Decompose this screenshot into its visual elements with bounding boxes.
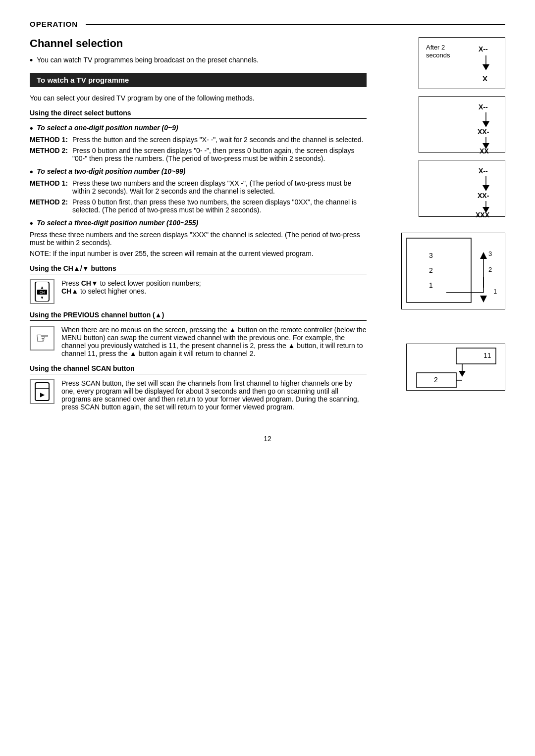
svg-marker-44 xyxy=(459,371,466,377)
operation-divider xyxy=(86,24,505,25)
svg-text:2: 2 xyxy=(429,266,433,274)
svg-marker-17 xyxy=(482,121,489,127)
bullet-icon: • xyxy=(30,56,33,65)
hand-icon: ☞ xyxy=(33,328,51,348)
diagrams-area: After 2 seconds X-- X X-- xyxy=(376,37,505,391)
operation-label: OPERATION xyxy=(30,20,78,28)
direct-select-heading: Using the direct select buttons xyxy=(30,109,367,119)
svg-text:XX: XX xyxy=(480,147,489,153)
svg-text:XX-: XX- xyxy=(478,128,489,136)
svg-marker-24 xyxy=(482,185,489,191)
scan-icon: ▶ xyxy=(30,379,54,404)
svg-text:3: 3 xyxy=(488,250,492,257)
two-digit-label: To select a two-digit position number (1… xyxy=(37,167,185,175)
intro-bullet: • You can watch TV programmes being broa… xyxy=(30,56,367,65)
prev-channel-diagram: 11 2 xyxy=(406,344,505,391)
svg-text:2: 2 xyxy=(488,266,492,273)
svg-text:3: 3 xyxy=(429,252,433,259)
page-number: 12 xyxy=(30,435,505,443)
one-digit-method1: METHOD 1: Press the button and the scree… xyxy=(30,136,367,144)
method1-label: METHOD 1: xyxy=(30,136,69,144)
two-digit-bullet: • To select a two-digit position number … xyxy=(30,167,367,176)
svg-text:seconds: seconds xyxy=(426,51,450,59)
svg-text:2: 2 xyxy=(434,376,438,384)
ch-buttons-content: ▲ CH ▼ Press CH▼ to select lower positio… xyxy=(30,279,367,304)
one-digit-label: To select a one-digit position number (0… xyxy=(37,124,178,132)
scan-heading: Using the channel SCAN button xyxy=(30,364,367,374)
svg-marker-39 xyxy=(480,296,487,302)
svg-text:X--: X-- xyxy=(479,103,488,111)
intro-text: You can watch TV programmes being broadc… xyxy=(37,56,259,64)
ch-buttons-text: Press CH▼ to select lower position numbe… xyxy=(61,279,201,295)
ch-buttons-heading: Using the CH▲/▼ buttons xyxy=(30,264,367,274)
one-digit-method2: METHOD 2: Press 0 button and the screen … xyxy=(30,147,367,162)
svg-text:After 2: After 2 xyxy=(426,44,445,51)
three-digit-label: To select a three-digit position number … xyxy=(37,219,198,227)
svg-text:1: 1 xyxy=(493,288,497,295)
scan-desc: Press SCAN button, the set will scan the… xyxy=(61,379,367,411)
prev-diag-svg: 11 2 xyxy=(407,344,506,391)
svg-text:▲: ▲ xyxy=(40,285,44,290)
three-digit-text-row: Press these three numbers and the screen… xyxy=(30,231,367,247)
prev-channel-icon: ☞ xyxy=(30,326,54,351)
three-digit-bullet: • To select a three-digit position numbe… xyxy=(30,219,367,228)
svg-text:XXX: XXX xyxy=(476,211,490,217)
svg-text:11: 11 xyxy=(483,352,491,359)
method2-text: Press 0 button and the screen displays "… xyxy=(72,147,367,162)
scan-button-icon: ▶ xyxy=(33,382,51,402)
operation-header: OPERATION xyxy=(30,20,505,28)
right-column: After 2 seconds X-- X X-- xyxy=(376,37,505,415)
diag2a-svg: X-- XX- XX xyxy=(419,97,506,153)
page-title: Channel selection xyxy=(30,37,367,50)
ch-diagram: 1 2 3 3 2 xyxy=(401,233,505,309)
two-digit-method2: METHOD 2: Press 0 button first, than pre… xyxy=(30,198,367,214)
prev-channel-text: When there are no menus on the screen, p… xyxy=(61,326,367,357)
ch-buttons-icon: ▲ CH ▼ xyxy=(30,279,54,304)
svg-text:CH: CH xyxy=(40,291,45,294)
ch-diag-svg: 1 2 3 3 2 xyxy=(402,233,506,310)
three-digit-text: Press these three numbers and the screen… xyxy=(30,231,367,247)
two-method2-label: METHOD 2: xyxy=(30,198,69,214)
scan-text: Press SCAN button, the set will scan the… xyxy=(61,379,367,411)
svg-text:▼: ▼ xyxy=(40,296,44,300)
two-digit-diagram-b: X-- XX- XXX xyxy=(419,160,505,217)
ch-up-text: CH▲ to select higher ones. xyxy=(61,287,201,295)
diag1-svg: After 2 seconds X-- X xyxy=(419,38,506,90)
diag2b-svg: X-- XX- XXX xyxy=(419,160,506,217)
watch-tv-heading: To watch a TV programme xyxy=(30,73,367,87)
prev-channel-desc: When there are no menus on the screen, p… xyxy=(61,326,367,357)
two-digit-method1: METHOD 1: Press these two numbers and th… xyxy=(30,179,367,195)
two-digit-diagram-a: X-- XX- XX xyxy=(419,96,505,153)
two-method1-label: METHOD 1: xyxy=(30,179,69,195)
two-method1-text: Press these two numbers and the screen d… xyxy=(72,179,367,195)
two-method2-text: Press 0 button first, than press these t… xyxy=(72,198,367,214)
note-text: NOTE: If the input number is over 255, t… xyxy=(30,250,367,257)
remote-icon: ▲ CH ▼ xyxy=(33,282,51,302)
scan-content: ▶ Press SCAN button, the set will scan t… xyxy=(30,379,367,411)
prev-channel-heading: Using the PREVIOUS channel button (▲) xyxy=(30,311,367,321)
prev-channel-content: ☞ When there are no menus on the screen,… xyxy=(30,326,367,357)
svg-text:X--: X-- xyxy=(479,45,488,53)
svg-marker-13 xyxy=(482,64,489,70)
left-column: Channel selection • You can watch TV pro… xyxy=(30,37,367,415)
one-digit-bullet: • To select a one-digit position number … xyxy=(30,124,367,133)
svg-text:▶: ▶ xyxy=(40,391,45,398)
svg-text:X: X xyxy=(482,74,487,83)
svg-text:XX-: XX- xyxy=(478,192,489,200)
svg-marker-34 xyxy=(480,252,487,259)
one-digit-diagram: After 2 seconds X-- X xyxy=(419,37,505,89)
svg-text:X--: X-- xyxy=(479,167,488,175)
ch-down-text: Press CH▼ to select lower position numbe… xyxy=(61,279,201,287)
method2-label: METHOD 2: xyxy=(30,147,69,162)
watch-tv-intro: You can select your desired TV program b… xyxy=(30,94,367,102)
method1-text: Press the button and the screen displays… xyxy=(72,136,367,144)
svg-text:1: 1 xyxy=(429,281,433,289)
svg-text:☞: ☞ xyxy=(36,330,49,346)
